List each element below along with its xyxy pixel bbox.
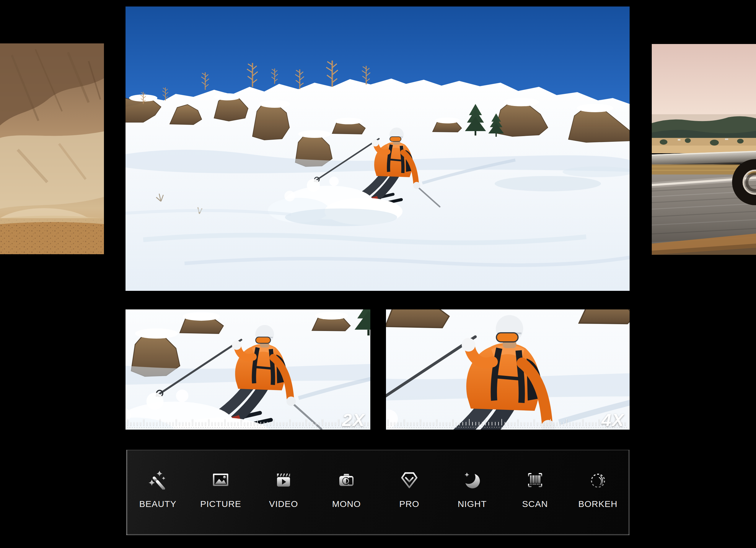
mode-label: SCAN <box>522 500 548 508</box>
picture-icon <box>211 471 230 490</box>
crescent-moon-icon <box>463 471 482 490</box>
main-photo <box>126 6 630 291</box>
mode-item-beauty[interactable]: BEAUTY <box>126 471 189 508</box>
mode-item-mono[interactable]: MONO <box>315 471 378 508</box>
main-photo-artwork <box>126 6 630 291</box>
mono-camera-icon <box>337 471 356 490</box>
barcode-scan-icon <box>526 471 545 490</box>
mode-label: PICTURE <box>200 500 241 508</box>
mode-item-picture[interactable]: PICTURE <box>189 471 252 508</box>
camera-mode-bar: BEAUTY PICTURE VIDEO MONO <box>126 450 630 535</box>
mode-item-scan[interactable]: SCAN <box>504 471 566 508</box>
zoom-level-label: 4X <box>602 411 624 429</box>
zoom-preview-4x: 4X <box>386 309 630 430</box>
mode-item-pro[interactable]: PRO <box>378 471 441 508</box>
pro-gem-icon <box>400 471 419 490</box>
mode-item-video[interactable]: VIDEO <box>252 471 315 508</box>
zoom-preview-2x: 2X <box>126 309 370 430</box>
zoom-level-label: 2X <box>342 411 365 429</box>
mode-label: VIDEO <box>269 500 298 508</box>
mode-label: NIGHT <box>458 500 487 508</box>
side-photo-right <box>652 44 756 255</box>
side-photo-left <box>0 43 104 254</box>
mode-label: PRO <box>399 500 419 508</box>
mode-label: BEAUTY <box>139 500 176 508</box>
road-artwork <box>652 44 756 255</box>
mode-item-borkeh[interactable]: BORKEH <box>566 471 629 508</box>
mode-label: MONO <box>332 500 361 508</box>
sand-cliff-artwork <box>0 43 104 254</box>
magic-wand-icon <box>148 471 167 490</box>
mode-item-night[interactable]: NIGHT <box>441 471 504 508</box>
video-clapper-icon <box>274 471 293 490</box>
mode-label: BORKEH <box>578 500 617 508</box>
bokeh-aperture-icon <box>589 471 607 490</box>
